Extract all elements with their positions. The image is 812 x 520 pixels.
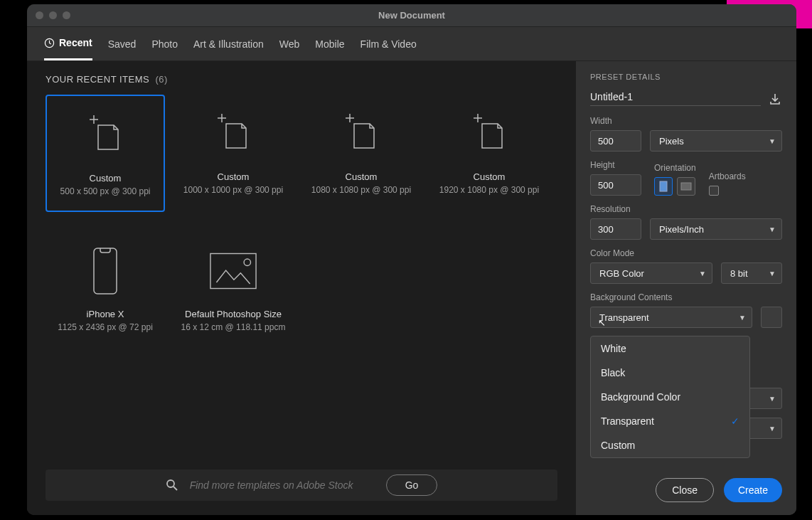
select-value: Pixels/Inch: [659, 224, 704, 235]
tab-label: Recent: [59, 37, 92, 48]
width-input[interactable]: [590, 130, 641, 152]
preset-title: Custom: [218, 171, 250, 182]
select-value: 8 bit: [730, 268, 748, 279]
preset-title: Default Photoshop Size: [185, 309, 282, 319]
zoom-window-icon[interactable]: [63, 11, 70, 19]
resolution-label: Resolution: [590, 204, 782, 214]
titlebar: New Document: [27, 4, 796, 27]
phone-icon: [82, 248, 129, 295]
preset-sub: 16 x 12 cm @ 118.11 ppcm: [181, 322, 286, 332]
tab-label: Web: [279, 38, 300, 50]
close-window-icon[interactable]: [36, 11, 43, 19]
svg-point-4: [167, 480, 174, 487]
preset-item[interactable]: Custom 1920 x 1080 px @ 300 ppi: [429, 95, 549, 212]
portrait-icon: [659, 181, 668, 192]
recent-panel: YOUR RECENT ITEMS (6) Custom 500 x 500 p…: [27, 61, 576, 515]
width-unit-select[interactable]: Pixels ▼: [650, 130, 782, 152]
preset-sub: 1000 x 1000 px @ 300 ppi: [183, 185, 283, 195]
resolution-unit-select[interactable]: Pixels/Inch ▼: [650, 218, 782, 240]
select-value: Pixels: [659, 136, 684, 147]
tab-photo[interactable]: Photo: [151, 27, 178, 60]
recent-header-label: YOUR RECENT ITEMS: [46, 74, 149, 85]
tab-mobile[interactable]: Mobile: [315, 27, 344, 60]
dialog-title: New Document: [27, 10, 796, 21]
stock-search-input[interactable]: [190, 479, 375, 491]
landscape-icon: [680, 182, 692, 191]
tab-art[interactable]: Art & Illustration: [193, 27, 264, 60]
tab-web[interactable]: Web: [279, 27, 300, 60]
preset-sub: 1920 x 1080 px @ 300 ppi: [439, 185, 539, 195]
bit-depth-select[interactable]: 8 bit ▼: [721, 262, 782, 284]
height-label: Height: [590, 160, 641, 170]
select-value: Transparent: [599, 312, 649, 323]
document-icon: [466, 110, 513, 157]
color-mode-label: Color Mode: [590, 248, 782, 258]
save-preset-icon[interactable]: [768, 92, 782, 106]
tab-label: Mobile: [315, 38, 344, 50]
preset-title: Custom: [474, 171, 506, 182]
chevron-down-icon: ▼: [769, 395, 776, 403]
chevron-down-icon: ▼: [739, 314, 746, 322]
select-value: RGB Color: [599, 268, 644, 279]
create-button[interactable]: Create: [724, 478, 782, 502]
orientation-landscape-button[interactable]: [677, 177, 695, 196]
preset-details-header: PRESET DETAILS: [590, 73, 782, 81]
recent-count: (6): [155, 74, 167, 85]
dropdown-option-white[interactable]: White: [591, 336, 749, 361]
chevron-down-icon: ▼: [769, 270, 776, 277]
document-name-input[interactable]: [590, 91, 761, 106]
preset-item[interactable]: Default Photoshop Size 16 x 12 cm @ 118.…: [173, 232, 293, 349]
dropdown-option-custom[interactable]: Custom: [591, 433, 749, 457]
preset-sub: 1125 x 2436 px @ 72 ppi: [58, 322, 153, 332]
chevron-down-icon: ▼: [769, 137, 776, 145]
image-icon: [210, 248, 257, 295]
close-button[interactable]: Close: [656, 478, 714, 502]
svg-rect-6: [681, 183, 691, 190]
preset-item[interactable]: Custom 500 x 500 px @ 300 ppi: [46, 95, 165, 212]
document-icon: [210, 110, 257, 157]
preset-sub: 1080 x 1080 px @ 300 ppi: [311, 185, 411, 195]
background-contents-dropdown: White Black Background Color Transparent…: [590, 336, 750, 458]
tab-recent[interactable]: Recent: [44, 27, 92, 60]
dropdown-option-bgcolor[interactable]: Background Color: [591, 385, 749, 409]
minimize-window-icon[interactable]: [49, 11, 57, 19]
color-mode-select[interactable]: RGB Color ▼: [590, 262, 712, 284]
preset-item[interactable]: Custom 1000 x 1000 px @ 300 ppi: [173, 95, 293, 212]
tab-label: Film & Video: [360, 38, 417, 50]
search-icon: [166, 479, 178, 492]
clock-icon: [44, 38, 55, 48]
preset-title: Custom: [90, 173, 122, 184]
tab-label: Art & Illustration: [193, 38, 264, 50]
orientation-label: Orientation: [654, 163, 696, 173]
new-document-dialog: New Document Recent Saved Photo Art & Il…: [27, 4, 796, 515]
tab-label: Saved: [108, 38, 137, 50]
document-icon: [338, 110, 385, 157]
background-color-swatch[interactable]: [761, 307, 782, 328]
orientation-portrait-button[interactable]: [654, 177, 673, 196]
preset-grid: Custom 500 x 500 px @ 300 ppi Custom 100…: [27, 92, 576, 462]
preset-item[interactable]: Custom 1080 x 1080 px @ 300 ppi: [301, 95, 421, 212]
category-tabs: Recent Saved Photo Art & Illustration We…: [27, 27, 796, 61]
svg-rect-5: [660, 181, 667, 191]
preset-title: Custom: [346, 171, 378, 182]
preset-item[interactable]: iPhone X 1125 x 2436 px @ 72 ppi: [46, 232, 165, 349]
document-icon: [82, 112, 129, 159]
stock-go-button[interactable]: Go: [386, 474, 438, 496]
tab-saved[interactable]: Saved: [108, 27, 137, 60]
background-contents-label: Background Contents: [590, 292, 782, 302]
artboards-checkbox[interactable]: [709, 186, 719, 196]
resolution-input[interactable]: [590, 218, 641, 240]
artboards-label: Artboards: [709, 171, 746, 181]
tab-film[interactable]: Film & Video: [360, 27, 417, 60]
width-label: Width: [590, 116, 782, 126]
background-contents-select[interactable]: Transparent ▼ ↖: [590, 307, 752, 328]
chevron-down-icon: ▼: [769, 425, 776, 433]
dropdown-option-black[interactable]: Black: [591, 361, 749, 385]
recent-header: YOUR RECENT ITEMS (6): [27, 61, 576, 92]
preset-details-panel: PRESET DETAILS Width Pixels ▼ Height: [576, 61, 796, 515]
height-input[interactable]: [590, 174, 641, 196]
svg-point-3: [244, 259, 250, 265]
dropdown-option-transparent[interactable]: Transparent: [591, 409, 749, 433]
chevron-down-icon: ▼: [769, 225, 776, 233]
window-controls: [36, 11, 70, 19]
